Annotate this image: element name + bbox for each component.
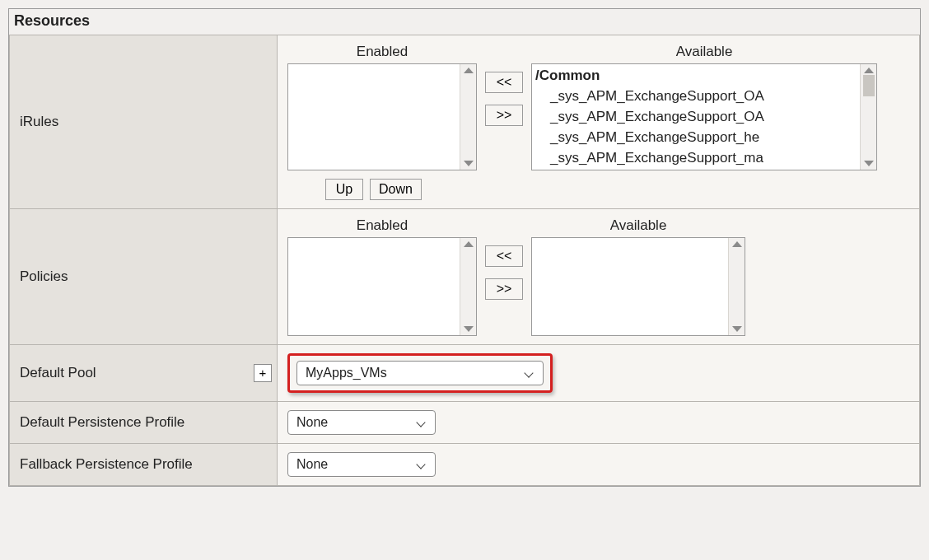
move-left-button[interactable]: << (485, 245, 523, 267)
list-item[interactable]: _sys_APM_ExchangeSupport_OA (535, 106, 858, 127)
default-pool-value: MyApps_VMs (306, 366, 387, 380)
up-button[interactable]: Up (325, 179, 363, 200)
scroll-up-icon[interactable] (464, 68, 474, 73)
policies-available-listbox[interactable] (531, 237, 745, 336)
scrollbar[interactable] (860, 64, 876, 170)
default-persistence-content: None (278, 402, 920, 444)
policies-enabled-header: Enabled (287, 217, 477, 234)
irules-content: Enabled Up Down (278, 35, 920, 209)
highlight-annotation: MyApps_VMs (287, 353, 553, 393)
fallback-persistence-label: Fallback Persistence Profile (10, 444, 278, 486)
resources-panel: Resources iRules Enabled (8, 8, 921, 487)
fallback-persistence-value: None (296, 457, 328, 472)
scrollbar[interactable] (728, 238, 745, 335)
scroll-up-icon[interactable] (464, 241, 474, 247)
move-left-button[interactable]: << (485, 72, 523, 93)
irules-label: iRules (10, 35, 278, 209)
list-item[interactable]: _sys_APM_ExchangeSupport_he (535, 127, 858, 147)
available-group[interactable]: /Common (535, 65, 858, 86)
default-pool-select[interactable]: MyApps_VMs (296, 361, 544, 385)
move-right-button[interactable]: >> (485, 278, 523, 300)
default-pool-content: MyApps_VMs (278, 345, 920, 402)
list-item[interactable]: _sys_APM_ExchangeSupport_ma (535, 147, 858, 168)
scroll-thumb[interactable] (863, 75, 875, 96)
default-persistence-value: None (296, 415, 328, 430)
fallback-persistence-content: None (278, 444, 920, 486)
policies-available-header: Available (531, 217, 745, 234)
scroll-down-icon[interactable] (464, 326, 474, 332)
panel-title: Resources (9, 9, 920, 35)
policies-content: Enabled << >> (278, 209, 920, 345)
add-pool-button[interactable]: + (254, 364, 272, 382)
irules-available-listbox[interactable]: /Common _sys_APM_ExchangeSupport_OA _sys… (531, 63, 877, 170)
default-persistence-label: Default Persistence Profile (10, 402, 278, 444)
scrollbar[interactable] (460, 238, 476, 335)
fallback-persistence-select[interactable]: None (287, 452, 436, 477)
scroll-down-icon[interactable] (732, 326, 742, 332)
irules-enabled-listbox[interactable] (287, 63, 477, 170)
scroll-down-icon[interactable] (864, 161, 874, 166)
irules-available-header: Available (531, 44, 877, 60)
default-pool-label: Default Pool + (10, 345, 278, 402)
resources-table: iRules Enabled Up (9, 35, 920, 486)
policies-label: Policies (10, 209, 278, 345)
move-right-button[interactable]: >> (485, 105, 523, 126)
list-item[interactable]: _sys_APM_ExchangeSupport_OA (535, 86, 858, 106)
default-persistence-select[interactable]: None (287, 410, 436, 435)
scrollbar[interactable] (460, 64, 476, 170)
scroll-up-icon[interactable] (864, 68, 874, 73)
scroll-up-icon[interactable] (732, 241, 742, 247)
down-button[interactable]: Down (370, 179, 422, 200)
policies-enabled-listbox[interactable] (287, 237, 477, 336)
irules-enabled-header: Enabled (287, 44, 477, 60)
scroll-down-icon[interactable] (464, 161, 474, 166)
default-pool-label-text: Default Pool (20, 365, 96, 380)
